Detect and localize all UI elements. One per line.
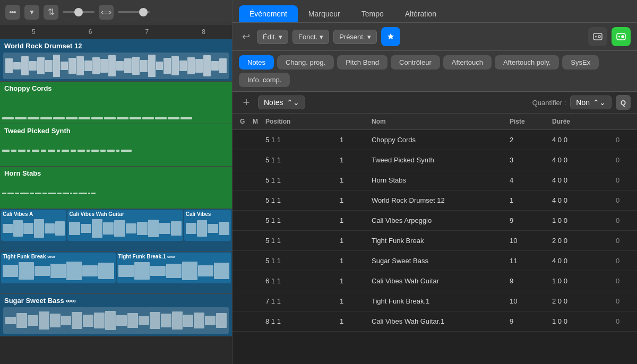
chevron-down-icon[interactable]: ▼ — [24, 5, 39, 20]
bounce-icon[interactable]: ⇅ — [44, 5, 58, 20]
track-name-sugar-sweet-bass: Sugar Sweet Bass ∞∞ — [0, 294, 232, 307]
audio-region-tight-funk-2[interactable]: Tight Funk Break.1 ∞∞ — [117, 253, 231, 283]
cell-extra-6: 0 — [615, 256, 631, 266]
cell-sub-3: 1 — [339, 195, 371, 205]
cell-duree-3: 4 0 0 — [551, 195, 615, 205]
table-row[interactable]: 5 1 1 1 Cali Vibes Arpeggio 9 1 0 0 0 — [233, 211, 637, 231]
menu-icon[interactable] — [5, 5, 20, 20]
cell-sub-0: 1 — [339, 135, 371, 145]
filter-aftertouch[interactable]: Aftertouch — [443, 55, 492, 70]
present-chevron-icon: ▾ — [367, 33, 371, 41]
region-name-tight-funk-1: Tight Funk Break ∞∞ — [3, 254, 114, 259]
cell-extra-0: 0 — [615, 135, 631, 145]
table-row[interactable]: 7 1 1 1 Tight Funk Break.1 10 2 0 0 0 — [233, 291, 637, 311]
tracks-container[interactable]: World Rock Drumset 12 — [0, 39, 232, 364]
region-name-cali-vibes-wah: Cali Vibes Wah Guitar — [69, 211, 181, 217]
cell-g-0 — [239, 139, 252, 141]
tab-evenement[interactable]: Évènement — [239, 5, 298, 22]
tab-marqueur[interactable]: Marqueur — [298, 5, 351, 22]
filter-notes[interactable]: Notes — [239, 55, 274, 70]
header-m: M — [252, 116, 264, 127]
cell-m-9 — [252, 320, 264, 323]
fonct-chevron-icon: ▾ — [320, 33, 323, 41]
tab-tempo[interactable]: Tempo — [351, 5, 394, 22]
cell-sub-9: 1 — [339, 316, 371, 326]
fonct-label: Fonct. — [298, 33, 317, 41]
audio-region-tight-funk-1[interactable]: Tight Funk Break ∞∞ — [1, 253, 116, 283]
cell-duree-6: 4 0 0 — [551, 256, 615, 266]
svg-point-2 — [14, 11, 16, 13]
table-row[interactable]: 8 1 1 1 Cali Vibes Wah Guitar.1 9 1 0 0 … — [233, 311, 637, 332]
filter-pitch-bend[interactable]: Pitch Bend — [337, 55, 388, 70]
cell-duree-0: 4 0 0 — [551, 135, 615, 145]
cell-position-9: 8 1 1 — [264, 316, 339, 326]
ruler-mark-6: 6 — [62, 28, 119, 36]
fonct-dropdown[interactable]: Fonct. ▾ — [292, 30, 329, 44]
arrows-icon[interactable]: ⟺ — [99, 5, 114, 20]
cell-g-9 — [239, 320, 252, 323]
table-row[interactable]: 5 1 1 1 Horn Stabs 4 4 0 0 0 — [233, 170, 637, 190]
waveform-sugar-sweet-bass — [3, 307, 229, 334]
track-horn-stabs[interactable]: Horn Stabs — [0, 167, 232, 209]
cell-position-4: 5 1 1 — [264, 215, 339, 226]
track-tight-funk-break[interactable]: Tight Funk Break ∞∞ Tight Funk Break.1 ∞… — [0, 252, 232, 294]
record-icon-btn[interactable] — [612, 27, 631, 46]
audio-wave-cali-vibes-a — [3, 217, 65, 240]
table-body[interactable]: 5 1 1 1 Choppy Cords 2 4 0 0 0 5 1 1 1 T… — [233, 130, 637, 364]
cell-sub-7: 1 — [339, 276, 371, 286]
timeline-ruler: 5 6 7 8 — [0, 24, 232, 39]
edit-dropdown[interactable]: Édit. ▾ — [257, 30, 288, 44]
zoom-slider[interactable] — [63, 11, 94, 13]
table-row[interactable]: 5 1 1 1 Tight Funk Break 10 2 0 0 0 — [233, 231, 637, 251]
cell-position-3: 5 1 1 — [264, 195, 339, 205]
ruler-marks: 5 6 7 8 — [5, 28, 232, 36]
header-sub — [339, 116, 371, 127]
filter-controleur[interactable]: Contrôleur — [391, 55, 440, 70]
track-world-rock-drumset[interactable]: World Rock Drumset 12 — [0, 39, 232, 82]
add-button[interactable]: + — [239, 95, 254, 110]
cell-m-1 — [252, 159, 264, 161]
cell-duree-7: 1 0 0 — [551, 276, 615, 286]
cell-extra-1: 0 — [615, 155, 631, 165]
filter-aftertouch-poly[interactable]: Aftertouch poly. — [495, 55, 559, 70]
back-button[interactable]: ↩ — [239, 30, 253, 44]
track-choppy-cords[interactable]: Choppy Cords — [0, 82, 232, 124]
quantifier-dropdown[interactable]: Non ⌃⌄ — [570, 96, 612, 109]
filter-info-comp[interactable]: Info. comp. — [239, 73, 290, 87]
filter-chang-prog[interactable]: Chang. prog. — [277, 55, 334, 70]
audio-wave-cali-vibes-wah — [69, 217, 181, 240]
tab-alteration[interactable]: Altération — [394, 5, 447, 22]
cell-m-2 — [252, 179, 264, 181]
audio-region-cali-vibes-a[interactable]: Cali Vibes A — [1, 210, 66, 241]
audio-region-cali-vibes-wah[interactable]: Cali Vibes Wah Guitar — [67, 210, 183, 241]
toolbar: ▼ ⇅ ⟺ — [0, 0, 232, 24]
quantifier-label: Quantifier : — [532, 99, 566, 107]
track-sugar-sweet-bass[interactable]: Sugar Sweet Bass ∞∞ — [0, 294, 232, 336]
q-button[interactable]: Q — [616, 95, 631, 110]
waveform-world-rock-drumset — [3, 53, 229, 79]
track-cali-vibes[interactable]: Cali Vibes A Cali Vibes Wah Guitar — [0, 209, 232, 252]
pin-button[interactable] — [381, 27, 400, 46]
midi-pattern-choppy-cords — [0, 95, 232, 122]
table-row[interactable]: 5 1 1 1 World Rock Drumset 12 1 4 0 0 0 — [233, 190, 637, 211]
waveform-bars-sugar — [5, 308, 227, 333]
table-row[interactable]: 5 1 1 1 Choppy Cords 2 4 0 0 0 — [233, 130, 637, 150]
cell-g-4 — [239, 220, 252, 222]
track-tweed-picked-synth[interactable]: Tweed Picked Synth — [0, 124, 232, 167]
notes-mode-dropdown[interactable]: Notes ⌃⌄ — [258, 96, 305, 109]
audio-region-cali-vibes-2[interactable]: Cali Vibes — [184, 210, 231, 241]
filter-sysex[interactable]: SysEx — [562, 55, 599, 70]
cell-sub-8: 1 — [339, 296, 371, 306]
cell-m-5 — [252, 240, 264, 242]
tab-bar: Évènement Marqueur Tempo Altération — [233, 0, 637, 23]
cell-position-1: 5 1 1 — [264, 155, 339, 165]
header-extra — [615, 116, 631, 127]
gamepad-icon-btn[interactable] — [588, 27, 607, 46]
table-row[interactable]: 5 1 1 1 Tweed Picked Synth 3 4 0 0 0 — [233, 150, 637, 170]
quantifier-value: Non — [576, 98, 590, 107]
speed-slider[interactable] — [118, 11, 150, 13]
table-row[interactable]: 5 1 1 1 Sugar Sweet Bass 11 4 0 0 0 — [233, 251, 637, 271]
present-dropdown[interactable]: Présent. ▾ — [333, 30, 376, 44]
table-row[interactable]: 6 1 1 1 Cali Vibes Wah Guitar 9 1 0 0 0 — [233, 271, 637, 291]
ruler-mark-7: 7 — [119, 28, 176, 36]
